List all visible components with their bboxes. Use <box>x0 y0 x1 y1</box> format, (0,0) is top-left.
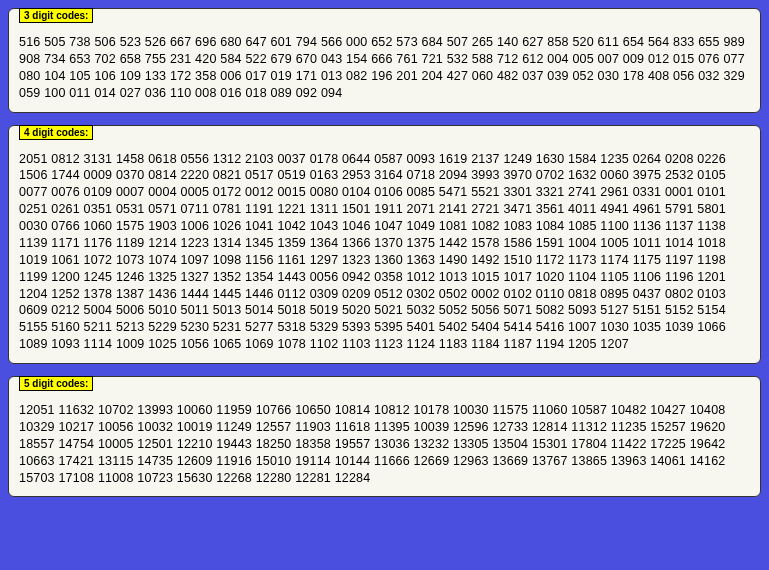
code-value: 584 <box>220 52 241 66</box>
code-value: 0351 <box>84 202 113 216</box>
code-value: 1364 <box>310 236 339 250</box>
code-value: 1492 <box>471 253 500 267</box>
code-value: 060 <box>472 69 493 83</box>
code-value: 1042 <box>277 219 306 233</box>
code-value: 12284 <box>335 471 371 485</box>
code-value: 5082 <box>536 303 565 317</box>
code-value: 13865 <box>571 454 607 468</box>
code-value: 5018 <box>277 303 306 317</box>
code-value: 523 <box>120 35 141 49</box>
code-value: 420 <box>195 52 216 66</box>
code-value: 667 <box>170 35 191 49</box>
code-value: 5010 <box>148 303 177 317</box>
code-value: 1194 <box>536 337 565 351</box>
code-value: 1501 <box>342 202 371 216</box>
code-value: 611 <box>598 35 619 49</box>
code-value: 0895 <box>600 287 629 301</box>
code-value: 0437 <box>633 287 662 301</box>
code-value: 1030 <box>600 320 629 334</box>
code-value: 19557 <box>335 437 371 451</box>
code-value: 2137 <box>471 152 500 166</box>
code-value: 1020 <box>536 270 565 284</box>
code-value: 755 <box>145 52 166 66</box>
code-value: 12733 <box>492 420 528 434</box>
codes-4-digit: 2051 0812 3131 1458 0618 0556 1312 2103 … <box>19 151 750 354</box>
code-value: 1013 <box>439 270 468 284</box>
code-value: 0208 <box>665 152 694 166</box>
code-value: 0702 <box>536 168 565 182</box>
code-value: 013 <box>321 69 342 83</box>
code-value: 14061 <box>650 454 686 468</box>
code-value: 1632 <box>568 168 597 182</box>
code-value: 10039 <box>414 420 450 434</box>
code-value: 0358 <box>374 270 403 284</box>
code-value: 588 <box>472 52 493 66</box>
code-value: 1006 <box>180 219 209 233</box>
code-value: 1359 <box>277 236 306 250</box>
code-value: 5414 <box>503 320 532 334</box>
code-value: 036 <box>145 86 166 100</box>
code-value: 0370 <box>116 168 145 182</box>
code-value: 11235 <box>611 420 647 434</box>
code-value: 5006 <box>116 303 145 317</box>
code-value: 17108 <box>58 471 94 485</box>
code-value: 1630 <box>536 152 565 166</box>
code-value: 2961 <box>600 185 629 199</box>
code-value: 858 <box>547 35 568 49</box>
code-value: 3993 <box>471 168 500 182</box>
code-value: 104 <box>44 69 65 83</box>
code-value: 612 <box>522 52 543 66</box>
code-value: 1378 <box>84 287 113 301</box>
code-value: 0056 <box>310 270 339 284</box>
code-value: 11959 <box>216 403 252 417</box>
code-value: 2094 <box>439 168 468 182</box>
code-value: 10032 <box>137 420 173 434</box>
code-value: 1214 <box>148 236 177 250</box>
code-value: 679 <box>271 52 292 66</box>
code-value: 0060 <box>600 168 629 182</box>
code-value: 3131 <box>84 152 113 166</box>
code-value: 0076 <box>51 185 80 199</box>
codes-5-digit: 12051 11632 10702 13993 10060 11959 1076… <box>19 402 750 486</box>
code-value: 1060 <box>84 219 113 233</box>
panel-header: 3 digit codes: <box>19 9 750 24</box>
code-value: 204 <box>422 69 443 83</box>
code-value: 13669 <box>492 454 528 468</box>
code-value: 5093 <box>568 303 597 317</box>
code-value: 526 <box>145 35 166 49</box>
code-value: 1015 <box>471 270 500 284</box>
code-value: 0004 <box>148 185 177 199</box>
code-value: 032 <box>698 69 719 83</box>
code-value: 1082 <box>471 219 500 233</box>
code-value: 13232 <box>414 437 450 451</box>
code-value: 0571 <box>148 202 177 216</box>
code-value: 17225 <box>650 437 686 451</box>
code-value: 1323 <box>342 253 371 267</box>
code-value: 666 <box>371 52 392 66</box>
code-value: 1114 <box>84 337 113 351</box>
code-value: 5401 <box>407 320 436 334</box>
code-value: 3561 <box>536 202 565 216</box>
code-value: 10587 <box>571 403 607 417</box>
code-value: 10663 <box>19 454 55 468</box>
code-value: 1025 <box>148 337 177 351</box>
code-value: 566 <box>321 35 342 49</box>
code-value: 2103 <box>245 152 274 166</box>
code-value: 13305 <box>453 437 489 451</box>
code-value: 0109 <box>84 185 113 199</box>
code-value: 655 <box>698 35 719 49</box>
code-value: 1183 <box>439 337 468 351</box>
code-value: 0209 <box>342 287 371 301</box>
code-value: 0093 <box>407 152 436 166</box>
code-value: 1066 <box>697 320 726 334</box>
code-value: 0766 <box>51 219 80 233</box>
code-value: 505 <box>44 35 65 49</box>
code-value: 109 <box>120 69 141 83</box>
code-value: 037 <box>522 69 543 83</box>
code-value: 1123 <box>374 337 403 351</box>
code-value: 652 <box>371 35 392 49</box>
code-value: 5801 <box>697 202 726 216</box>
code-value: 1363 <box>407 253 436 267</box>
code-value: 12501 <box>137 437 173 451</box>
code-value: 1084 <box>536 219 565 233</box>
